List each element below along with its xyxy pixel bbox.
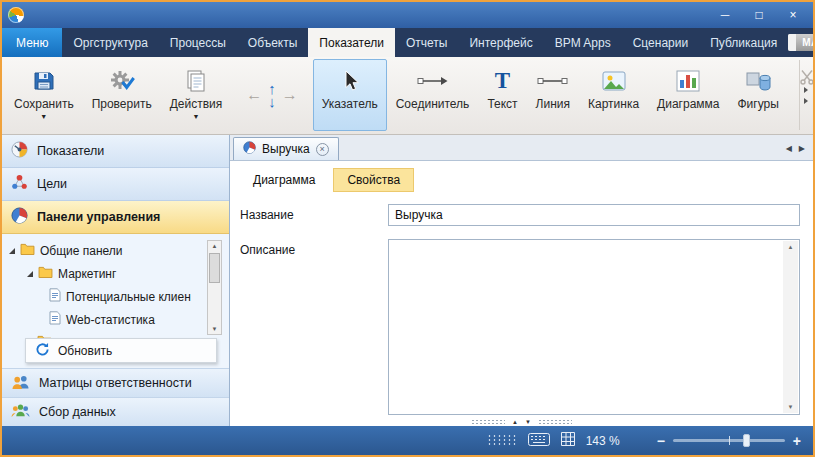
tab-indicators[interactable]: Показатели (308, 28, 395, 57)
keyboard-icon[interactable] (528, 433, 550, 449)
menu-button[interactable]: Меню (2, 28, 62, 57)
sidebar-item-data-collection[interactable]: Сбор данных (2, 397, 229, 426)
nav-back-button[interactable]: ← (246, 86, 262, 104)
subtab-diagram[interactable]: Диаграмма (239, 168, 329, 192)
dashboard-doc-icon (49, 311, 61, 328)
document-tab-label: Выручка (262, 142, 310, 156)
property-subtabs: Диаграмма Свойства (230, 161, 813, 192)
line-icon (537, 68, 568, 94)
sidebar-item-label: Матрицы ответственности (39, 376, 192, 390)
zoom-slider-thumb[interactable] (743, 434, 750, 447)
tool-pointer-label: Указатель (322, 97, 378, 111)
tab-close-button[interactable]: × (316, 143, 329, 156)
pie-chart-icon (11, 207, 28, 227)
document-tab-revenue[interactable]: Выручка × (233, 137, 339, 160)
refresh-menu-item[interactable]: Обновить (25, 338, 217, 363)
people-icon (11, 374, 30, 392)
splitter-grip-dots (471, 419, 505, 425)
tree-scrollbar[interactable]: ▲ ▼ (207, 240, 222, 335)
tab-reports[interactable]: Отчеты (395, 28, 458, 57)
tab-publication[interactable]: Публикация (699, 28, 788, 57)
scrollbar-thumb[interactable] (209, 253, 220, 283)
sidebar-item-indicators[interactable]: Показатели (2, 135, 229, 168)
minimize-button[interactable]: ─ (711, 5, 739, 25)
tab-prev-button[interactable]: ◀ (786, 144, 792, 153)
nav-down-button[interactable]: ↓ (268, 95, 276, 108)
tree-item-potential-clients[interactable]: Потенциальные клиен (2, 285, 229, 308)
picture-icon (602, 68, 626, 94)
sidebar-item-label: Цели (37, 177, 67, 191)
tool-diagram[interactable]: Диаграмма (648, 59, 728, 131)
people-group-icon (11, 403, 30, 421)
sidebar-item-dashboards[interactable]: Панели управления (2, 201, 229, 234)
tab-orgstructure[interactable]: Оргструктура (62, 28, 158, 57)
scroll-up-icon[interactable]: ▲ (212, 243, 218, 249)
tab-objects[interactable]: Объекты (237, 28, 309, 57)
splitter-grip-dots (538, 419, 572, 425)
sidebar-item-goals[interactable]: Цели (2, 168, 229, 201)
sidebar-item-responsibility-matrices[interactable]: Матрицы ответственности (2, 368, 229, 397)
tree-item-label: Потенциальные клиен (66, 290, 191, 304)
tool-text[interactable]: T Текст (478, 59, 526, 131)
tab-next-button[interactable]: ▶ (799, 144, 805, 153)
actions-icon (185, 68, 207, 94)
actions-button[interactable]: Действия ▼ (161, 59, 232, 131)
tree-item-web-statistics[interactable]: Web-статистика (2, 308, 229, 331)
ribbon-overflow-strip[interactable] (799, 60, 811, 130)
description-textarea[interactable]: ▲ ▼ (388, 239, 800, 415)
zoom-slider[interactable] (673, 439, 785, 442)
subtab-properties[interactable]: Свойства (333, 168, 414, 192)
tool-shapes-label: Фигуры (738, 97, 779, 111)
tool-connector[interactable]: Соединитель (387, 59, 479, 131)
tab-interface[interactable]: Интерфейс (458, 28, 543, 57)
tree-item-label: Общие панели (40, 244, 123, 258)
scroll-down-icon[interactable]: ▼ (212, 326, 218, 332)
main-area: Показатели Цели Панели управления (2, 135, 813, 426)
navigation-group: ← ↑ ↓ → (237, 59, 307, 131)
content-area: Выручка × ◀ ▶ Диаграмма Свойства Названи… (230, 135, 813, 426)
toolbar: Сохранить ▼ Проверить Действия ▼ ← ↑ ↓ → (2, 57, 813, 135)
nav-updown-group: ↑ ↓ (268, 82, 276, 108)
sidebar: Показатели Цели Панели управления (2, 135, 230, 426)
expander-icon[interactable] (27, 271, 33, 277)
tree-item-marketing[interactable]: Маркетинг (2, 262, 229, 285)
tool-line[interactable]: Линия (527, 59, 579, 131)
scroll-up-icon[interactable]: ▲ (788, 244, 794, 250)
tool-picture[interactable]: Картинка (579, 59, 648, 131)
expander-icon[interactable] (9, 248, 15, 254)
grid-icon[interactable] (561, 432, 575, 449)
connector-icon (417, 68, 448, 94)
ribbon-tab-bar: Меню Оргструктура Процессы Объекты Показ… (2, 28, 813, 57)
zoom-out-button[interactable]: − (657, 433, 665, 449)
name-input[interactable] (388, 204, 800, 226)
check-button[interactable]: Проверить (83, 59, 161, 131)
tool-pointer[interactable]: Указатель (313, 59, 387, 131)
zoom-in-button[interactable]: + (793, 433, 801, 449)
grip-dots-icon (487, 434, 517, 447)
tab-processes[interactable]: Процессы (159, 28, 237, 57)
sidebar-item-label: Панели управления (37, 210, 160, 224)
tab-bpm-apps[interactable]: BPM Apps (544, 28, 622, 57)
tool-shapes[interactable]: Фигуры (729, 59, 788, 131)
save-icon (32, 68, 56, 94)
save-button[interactable]: Сохранить ▼ (5, 59, 83, 131)
splitter-down-icon[interactable]: ▼ (525, 419, 531, 425)
tree-item-common-panels[interactable]: Общие панели (2, 239, 229, 262)
sidebar-item-label: Сбор данных (39, 405, 116, 419)
tab-scenarios[interactable]: Сценарии (622, 28, 699, 57)
document-tab-bar: Выручка × ◀ ▶ (230, 135, 813, 161)
app-logo-icon (8, 7, 24, 23)
maximize-button[interactable]: □ (745, 5, 773, 25)
textarea-scrollbar[interactable]: ▲ ▼ (783, 241, 798, 413)
splitter-up-icon[interactable]: ▲ (512, 419, 518, 425)
pie-chart-icon (243, 141, 256, 157)
dashboard-doc-icon (49, 288, 61, 305)
check-gear-icon (109, 68, 135, 94)
scroll-down-icon[interactable]: ▼ (788, 404, 794, 410)
gauge-icon (11, 141, 28, 161)
nav-forward-button[interactable]: → (282, 86, 298, 104)
overflow-arrow-icon (804, 98, 808, 104)
close-button[interactable]: × (779, 5, 807, 25)
bottom-panel-splitter[interactable]: ▲ ▼ (230, 418, 813, 426)
edition-badge-label: MAX (796, 37, 815, 48)
